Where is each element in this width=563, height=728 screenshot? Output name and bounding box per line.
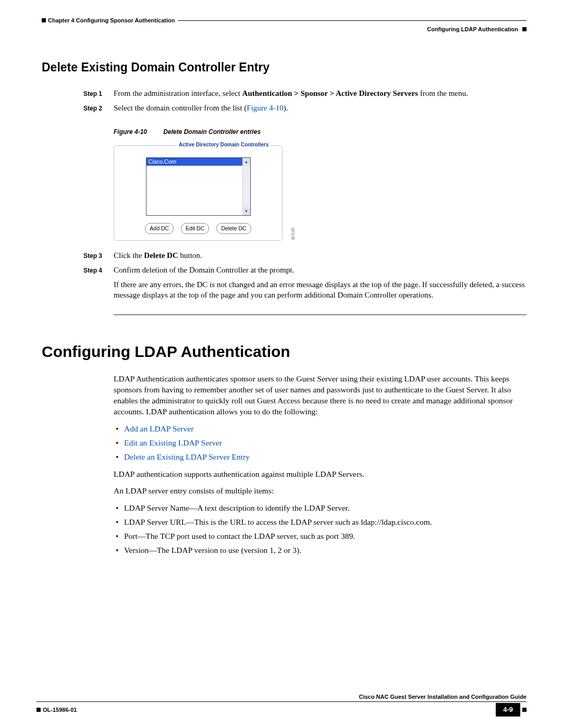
figure-image-id: 185138 bbox=[289, 227, 295, 240]
text: ). bbox=[284, 104, 288, 112]
step-3: Step 3 Click the Delete DC button. bbox=[83, 250, 527, 261]
ad-dc-fieldset: Active Directory Domain Controllers Cisc… bbox=[114, 145, 283, 240]
text: from the menu. bbox=[418, 89, 468, 97]
list-item: • Edit an Existing LDAP Server bbox=[114, 438, 527, 449]
fieldset-legend: Active Directory Domain Controllers bbox=[177, 141, 271, 149]
heading-configuring-ldap: Configuring LDAP Authentication bbox=[42, 341, 527, 363]
bullet-icon: • bbox=[114, 545, 124, 556]
heading-delete-dc-entry: Delete Existing Domain Controller Entry bbox=[42, 59, 527, 76]
text: LDAP Server Name—A text description to i… bbox=[124, 503, 350, 514]
decor-square-icon bbox=[522, 708, 527, 712]
page-number: 4-9 bbox=[496, 703, 520, 717]
bullet-icon: • bbox=[114, 531, 124, 542]
bullet-icon: • bbox=[114, 438, 124, 449]
bullet-icon: • bbox=[114, 503, 124, 514]
bold-text: Delete DC bbox=[144, 251, 178, 260]
text: Select the domain controller from the li… bbox=[114, 104, 247, 112]
delete-dc-button[interactable]: Delete DC bbox=[216, 223, 251, 233]
footer-guide-title: Cisco NAC Guest Server Installation and … bbox=[36, 693, 527, 702]
bullet-icon: • bbox=[114, 452, 124, 463]
footer-ol-number: OL-15986-01 bbox=[43, 706, 77, 714]
figure-screenshot: Active Directory Domain Controllers Cisc… bbox=[114, 145, 289, 240]
list-item: • Port—The TCP port used to contact the … bbox=[114, 531, 527, 542]
paragraph: LDAP authentication supports authenticat… bbox=[114, 469, 527, 480]
text: If there are any errors, the DC is not c… bbox=[114, 279, 527, 301]
text: Version—The LDAP version to use (version… bbox=[124, 545, 301, 556]
header-rule bbox=[178, 20, 527, 21]
delete-ldap-link[interactable]: Delete an Existing LDAP Server Entry bbox=[124, 452, 250, 463]
header-section-text: Configuring LDAP Authentication bbox=[427, 26, 518, 33]
intro-paragraph: LDAP Authentication authenticates sponso… bbox=[114, 374, 527, 417]
step-4: Step 4 Confirm deletion of the Domain Co… bbox=[83, 265, 527, 301]
list-item: • LDAP Server Name—A text description to… bbox=[114, 503, 527, 514]
list-item: • LDAP Server URL—This is the URL to acc… bbox=[114, 517, 527, 528]
text: Click the bbox=[114, 251, 144, 260]
text: LDAP Server URL—This is the URL to acces… bbox=[124, 517, 432, 528]
page-footer: Cisco NAC Guest Server Installation and … bbox=[36, 693, 527, 717]
bullet-icon: • bbox=[114, 517, 124, 528]
item-list: • LDAP Server Name—A text description to… bbox=[114, 503, 527, 556]
edit-dc-button[interactable]: Edit DC bbox=[181, 223, 209, 233]
figure-ref-link[interactable]: Figure 4-10 bbox=[247, 104, 283, 112]
step-body: From the administration interface, selec… bbox=[114, 88, 527, 98]
scroll-up-icon[interactable]: ▲ bbox=[243, 158, 250, 166]
header-chapter-text: Chapter 4 Configuring Sponsor Authentica… bbox=[48, 17, 175, 24]
add-dc-button[interactable]: Add DC bbox=[145, 223, 174, 233]
section-divider bbox=[114, 314, 527, 315]
link-list: • Add an LDAP Server • Edit an Existing … bbox=[114, 424, 527, 463]
text: From the administration interface, selec… bbox=[114, 89, 242, 97]
text: Confirm deletion of the Domain Controlle… bbox=[114, 265, 527, 275]
step-body: Click the Delete DC button. bbox=[114, 250, 527, 261]
step-label: Step 1 bbox=[83, 90, 114, 98]
step-label: Step 4 bbox=[83, 266, 114, 275]
dc-list-item-selected[interactable]: Cisco.Com bbox=[146, 158, 242, 166]
bullet-icon: • bbox=[114, 424, 124, 435]
decor-square-icon bbox=[36, 708, 41, 712]
add-ldap-link[interactable]: Add an LDAP Server bbox=[124, 424, 193, 435]
edit-ldap-link[interactable]: Edit an Existing LDAP Server bbox=[124, 438, 222, 449]
step-label: Step 2 bbox=[83, 104, 114, 113]
step-2: Step 2 Select the domain controller from… bbox=[83, 103, 527, 113]
dc-listbox[interactable]: Cisco.Com ▲ ▼ bbox=[146, 157, 251, 216]
scrollbar[interactable]: ▲ ▼ bbox=[242, 158, 250, 215]
step-body: Confirm deletion of the Domain Controlle… bbox=[114, 265, 527, 301]
figure-caption: Figure 4-10 Delete Domain Controller ent… bbox=[114, 128, 527, 136]
text: Port—The TCP port used to contact the LD… bbox=[124, 531, 355, 542]
paragraph: An LDAP server entry consists of multipl… bbox=[114, 486, 527, 497]
list-item: • Delete an Existing LDAP Server Entry bbox=[114, 452, 527, 463]
bold-text: Authentication > Sponsor > Active Direct… bbox=[242, 89, 418, 97]
scroll-down-icon[interactable]: ▼ bbox=[243, 207, 250, 215]
figure-title: Delete Domain Controller entries bbox=[163, 128, 261, 135]
list-item: • Version—The LDAP version to use (versi… bbox=[114, 545, 527, 556]
figure-number: Figure 4-10 bbox=[114, 128, 162, 136]
header-section-row: Configuring LDAP Authentication bbox=[42, 26, 527, 33]
text: button. bbox=[178, 251, 202, 260]
step-1: Step 1 From the administration interface… bbox=[83, 88, 527, 98]
button-row: Add DC Edit DC Delete DC bbox=[119, 223, 277, 233]
decor-square-icon bbox=[42, 18, 46, 22]
step-body: Select the domain controller from the li… bbox=[114, 103, 527, 113]
step-label: Step 3 bbox=[83, 252, 114, 260]
decor-square-icon bbox=[522, 27, 527, 31]
list-item: • Add an LDAP Server bbox=[114, 424, 527, 435]
header-chapter-row: Chapter 4 Configuring Sponsor Authentica… bbox=[42, 17, 527, 24]
